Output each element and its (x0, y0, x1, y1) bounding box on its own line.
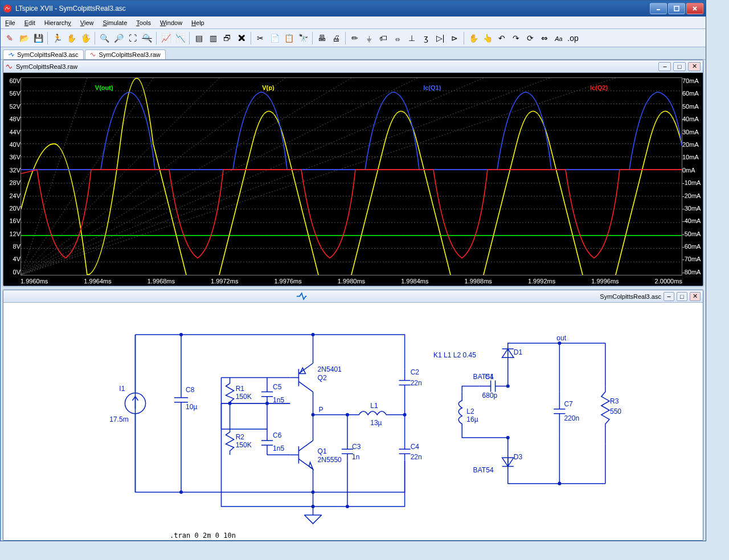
pan-button[interactable]: 🖐 (79, 31, 92, 45)
schematic-titlebar[interactable]: SymColpittsReal3.asc ‒ □ ✕ (3, 290, 703, 303)
drag-button[interactable]: 👆 (481, 31, 494, 45)
menu-view[interactable]: View (76, 18, 99, 28)
schematic-icon (8, 51, 15, 58)
component-d1[interactable]: D1 BAT54 (473, 348, 523, 381)
find-button[interactable]: 🔭 (296, 31, 310, 45)
component-c5[interactable]: C5 1n5 (261, 377, 285, 403)
svg-text:C4: C4 (411, 443, 420, 451)
component-c2[interactable]: C2 22n (399, 368, 422, 414)
sub-close-button[interactable]: ✕ (688, 62, 701, 71)
menu-simulate[interactable]: Simulate (98, 18, 132, 28)
save-button[interactable]: 💾 (31, 31, 45, 45)
component-c3[interactable]: C3 1n (342, 415, 361, 462)
new-schematic-button[interactable]: ✎ (3, 31, 17, 45)
svg-text:C7: C7 (564, 400, 573, 408)
schematic-window[interactable]: SymColpittsReal3.asc ‒ □ ✕ I1 17.5m (3, 290, 703, 541)
tile-horz-button[interactable]: ▤ (192, 31, 206, 45)
spice-directive[interactable]: .tran 0 2m 0 10n (170, 532, 236, 540)
y-axis-left[interactable]: 60V56V 52V48V 44V40V 36V32V 28V24V 20V16… (5, 77, 21, 275)
undo-button[interactable]: ↶ (495, 31, 509, 45)
component-r3[interactable]: R3 550 (601, 386, 622, 444)
svg-line-64 (298, 381, 313, 392)
capacitor-button[interactable]: ⊥ (405, 31, 419, 45)
halt-button[interactable]: ✋ (64, 31, 78, 45)
zoom-out-button[interactable]: 🔎 (112, 31, 125, 45)
waveform-plot[interactable]: V(out) V(p) Ic(Q1) Ic(Q2) 60V56V 52V48V … (3, 73, 703, 286)
svg-text:2N5550: 2N5550 (318, 456, 342, 464)
move-button[interactable]: ✋ (466, 31, 480, 45)
label-button[interactable]: 🏷 (376, 31, 390, 45)
print-button[interactable]: 🖶 (315, 31, 329, 45)
zoom-fit-button[interactable]: ⛶ (126, 31, 140, 45)
menu-window[interactable]: Window (155, 18, 187, 28)
component-r2[interactable]: R2 150K (226, 426, 252, 452)
zoom-full-button[interactable]: 🔍 (140, 31, 154, 45)
diode-button[interactable]: ▷| (433, 31, 447, 45)
plot-svg (21, 78, 682, 275)
component-l1[interactable]: L1 13µ (347, 402, 405, 427)
component-l2[interactable]: L2 16µ (458, 392, 478, 432)
ground-button[interactable]: ⏚ (362, 31, 376, 45)
run-button[interactable]: 🏃 (50, 31, 64, 45)
component-c4[interactable]: C4 22n (399, 415, 422, 462)
wire-button[interactable]: ✏ (348, 31, 362, 45)
menu-tools[interactable]: Tools (132, 18, 155, 28)
print-setup-button[interactable]: 🖨 (329, 31, 343, 45)
component-c8[interactable]: C8 10µ (174, 335, 198, 492)
menu-hierarchy[interactable]: Hierarchy (40, 18, 76, 28)
x-axis[interactable]: 1.9960ms1.9964ms 1.9968ms1.9972ms 1.9976… (21, 278, 682, 285)
component-q2[interactable]: Q2 2N5401 (290, 363, 342, 392)
svg-point-41 (179, 333, 183, 336)
svg-line-20 (21, 78, 285, 275)
autoscale-button[interactable]: 📈 (159, 31, 173, 45)
menu-edit[interactable]: Edit (20, 18, 40, 28)
y-axis-right[interactable]: 70mA60mA 50mA40mA 30mA20mA 10mA0mA -10mA… (682, 77, 702, 275)
sub-maximize-button[interactable]: □ (677, 292, 687, 301)
svg-text:BAT54: BAT54 (473, 466, 494, 474)
component-d3[interactable]: D3 BAT54 (473, 453, 523, 473)
component-q1[interactable]: Q1 2N5550 (290, 440, 342, 469)
k-directive[interactable]: K1 L1 L2 0.45 (433, 351, 476, 359)
tile-vert-button[interactable]: ▥ (206, 31, 220, 45)
maximize-button[interactable] (668, 3, 685, 14)
waveform-window[interactable]: SymColpittsReal3.raw ‒ □ ✕ V(out) V(p) I… (3, 60, 703, 286)
close-button[interactable] (686, 3, 703, 14)
svg-text:1n: 1n (352, 453, 359, 461)
zoom-in-button[interactable]: 🔍 (97, 31, 111, 45)
component-button[interactable]: ⊳ (448, 31, 461, 45)
tab-schematic[interactable]: SymColpittsReal3.asc (3, 50, 84, 59)
text-button[interactable]: Aa (552, 31, 566, 45)
resistor-button[interactable]: ⏛ (391, 31, 404, 45)
cascade-button[interactable]: 🗗 (220, 31, 234, 45)
paste-button[interactable]: 📋 (282, 31, 296, 45)
sub-minimize-button[interactable]: ‒ (658, 62, 671, 71)
redo-button[interactable]: ↷ (509, 31, 523, 45)
svg-text:220n: 220n (564, 414, 579, 422)
op-button[interactable]: .op (566, 31, 580, 45)
component-r1[interactable]: R1 150K (226, 377, 252, 403)
add-trace-button[interactable]: 📉 (173, 31, 187, 45)
svg-line-19 (21, 78, 219, 275)
menu-help[interactable]: Help (187, 18, 209, 28)
sub-maximize-button[interactable]: □ (673, 62, 686, 71)
sub-minimize-button[interactable]: ‒ (664, 292, 674, 301)
mirror-button[interactable]: ⇔ (538, 31, 551, 45)
component-i1[interactable]: I1 17.5m (109, 380, 145, 426)
component-c6[interactable]: C6 1n5 (261, 429, 285, 455)
menu-file[interactable]: File (1, 18, 20, 28)
open-button[interactable]: 📂 (17, 31, 31, 45)
tab-waveform[interactable]: SymColpittsReal3.raw (85, 50, 166, 59)
inductor-button[interactable]: ʒ (419, 31, 433, 45)
rotate-button[interactable]: ⟳ (523, 31, 537, 45)
close-all-button[interactable]: 🗙 (235, 31, 248, 45)
schematic-canvas[interactable]: I1 17.5m C8 10µ R1 150K R2 (3, 303, 703, 541)
svg-text:150K: 150K (236, 441, 252, 449)
sub-close-button[interactable]: ✕ (690, 292, 701, 301)
plot-area[interactable] (21, 77, 682, 275)
component-c7[interactable]: C7 220n (554, 392, 579, 438)
cut-button[interactable]: ✂ (253, 31, 267, 45)
copy-button[interactable]: 📄 (268, 31, 281, 45)
minimize-button[interactable] (650, 3, 667, 14)
ground-symbol[interactable] (304, 507, 321, 524)
waveform-titlebar[interactable]: SymColpittsReal3.raw ‒ □ ✕ (3, 60, 703, 73)
